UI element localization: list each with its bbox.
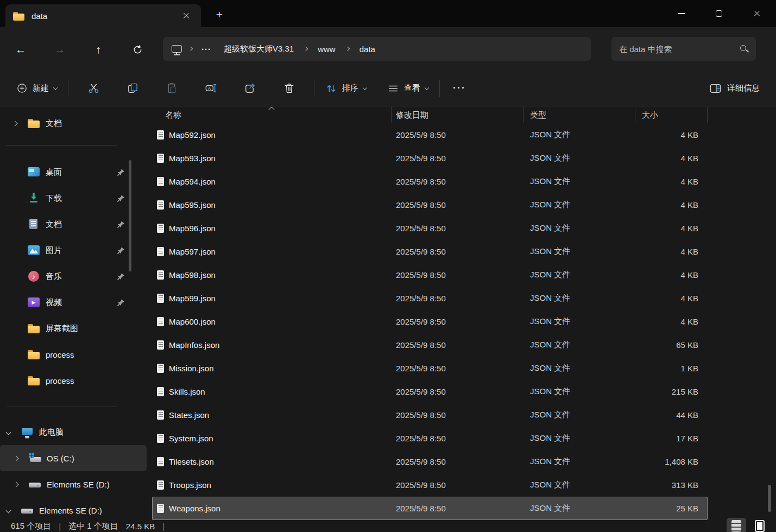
file-name: Map592.json xyxy=(169,130,216,140)
file-type: JSON 文件 xyxy=(523,503,635,514)
sidebar-item[interactable]: Elements SE (D:) xyxy=(0,497,147,520)
more-button[interactable]: ··· xyxy=(445,83,474,94)
sidebar-item[interactable]: 文档 xyxy=(0,211,147,237)
sidebar-item[interactable]: 此电脑 xyxy=(0,419,147,445)
maximize-button[interactable] xyxy=(700,0,738,27)
chevron-right-icon xyxy=(345,47,349,51)
details-pane-label: 详细信息 xyxy=(727,83,760,93)
explorer-tab[interactable]: data xyxy=(5,4,201,27)
documents-icon xyxy=(27,218,40,230)
file-row[interactable]: Map598.json 2025/5/9 8:50 JSON 文件 4 KB xyxy=(152,263,708,287)
back-button[interactable]: ← xyxy=(11,40,30,59)
sidebar-scrollbar[interactable] xyxy=(129,160,131,271)
this-pc-icon[interactable] xyxy=(172,45,182,53)
file-size: 25 KB xyxy=(635,504,708,513)
search-icon[interactable] xyxy=(740,45,748,53)
chevron-icon[interactable] xyxy=(12,121,18,126)
file-row[interactable]: Map597.json 2025/5/9 8:50 JSON 文件 4 KB xyxy=(152,240,708,263)
file-type: JSON 文件 xyxy=(523,246,635,257)
file-row[interactable]: States.json 2025/5/9 8:50 JSON 文件 44 KB xyxy=(152,403,708,427)
file-row[interactable]: System.json 2025/5/9 8:50 JSON 文件 17 KB xyxy=(152,427,708,450)
file-row[interactable]: Map594.json 2025/5/9 8:50 JSON 文件 4 KB xyxy=(152,170,708,193)
chevron-icon[interactable] xyxy=(6,508,11,513)
delete-button[interactable] xyxy=(277,77,300,100)
sidebar-item[interactable]: OS (C:) xyxy=(0,445,147,471)
file-row[interactable]: Mission.json 2025/5/9 8:50 JSON 文件 1 KB xyxy=(152,357,708,380)
search-box[interactable] xyxy=(611,37,756,61)
sidebar-item[interactable]: 桌面 xyxy=(0,159,147,185)
file-icon xyxy=(157,247,164,256)
address-bar[interactable]: ··· 超级软饭大师V3.31 www data xyxy=(163,37,591,61)
file-row[interactable]: Map599.json 2025/5/9 8:50 JSON 文件 4 KB xyxy=(152,287,708,310)
file-row[interactable]: MapInfos.json 2025/5/9 8:50 JSON 文件 65 K… xyxy=(152,333,708,357)
file-date: 2025/5/9 8:50 xyxy=(392,177,523,186)
chevron-right-icon xyxy=(188,47,193,51)
sidebar-item[interactable]: 视频 xyxy=(0,289,147,315)
column-header-size[interactable]: 大小 xyxy=(635,107,708,123)
forward-button[interactable]: → xyxy=(51,40,69,59)
divider xyxy=(68,80,68,97)
view-button[interactable]: 查看 xyxy=(382,78,434,99)
large-icons-view-button[interactable] xyxy=(750,518,769,532)
up-button[interactable]: ↑ xyxy=(89,40,108,59)
paste-icon xyxy=(166,82,178,94)
paste-button[interactable] xyxy=(160,77,183,100)
copy-button[interactable] xyxy=(121,77,144,100)
file-row[interactable]: Map593.json 2025/5/9 8:50 JSON 文件 4 KB xyxy=(152,147,708,170)
tab-close-icon[interactable] xyxy=(179,9,193,23)
column-header-name[interactable]: 名称 xyxy=(152,107,392,123)
share-button[interactable] xyxy=(238,77,261,100)
search-input[interactable] xyxy=(619,45,740,54)
file-row[interactable]: Map595.json 2025/5/9 8:50 JSON 文件 4 KB xyxy=(152,193,708,217)
file-type: JSON 文件 xyxy=(523,130,635,140)
file-row[interactable]: Skills.json 2025/5/9 8:50 JSON 文件 215 KB xyxy=(152,380,708,403)
divider xyxy=(314,80,314,97)
sidebar-item[interactable]: process xyxy=(0,341,147,368)
close-button[interactable] xyxy=(738,0,776,27)
sidebar-item[interactable]: 图片 xyxy=(0,237,147,263)
file-row[interactable]: Map592.json 2025/5/9 8:50 JSON 文件 4 KB xyxy=(152,123,708,147)
column-header-date[interactable]: 修改日期 xyxy=(392,107,523,123)
file-row[interactable]: Map596.json 2025/5/9 8:50 JSON 文件 4 KB xyxy=(152,217,708,240)
minimize-button[interactable] xyxy=(662,0,700,27)
breadcrumb-overflow[interactable]: ··· xyxy=(199,45,213,54)
file-row[interactable]: Tilesets.json 2025/5/9 8:50 JSON 文件 1,40… xyxy=(152,450,708,473)
rename-button[interactable]: A xyxy=(199,77,222,100)
details-view-button[interactable] xyxy=(727,518,746,532)
file-name: Troops.json xyxy=(169,480,211,490)
file-icon xyxy=(157,154,164,163)
file-name: Map600.json xyxy=(169,317,216,326)
file-date: 2025/5/9 8:50 xyxy=(392,247,523,256)
column-header-type[interactable]: 类型 xyxy=(523,107,635,123)
refresh-button[interactable] xyxy=(128,40,147,59)
file-list-scrollbar[interactable] xyxy=(768,485,771,512)
sidebar-item[interactable]: process xyxy=(0,368,147,394)
sidebar-item[interactable]: Elements SE (D:) xyxy=(0,471,147,497)
sort-button[interactable]: 排序 xyxy=(320,78,372,99)
sidebar-item[interactable]: 下载 xyxy=(0,185,147,211)
file-name: Mission.json xyxy=(169,364,214,373)
new-tab-button[interactable]: + xyxy=(211,8,228,22)
chevron-icon[interactable] xyxy=(14,455,19,461)
file-icon xyxy=(157,224,164,233)
cut-button[interactable] xyxy=(82,77,105,100)
chevron-icon[interactable] xyxy=(14,482,19,487)
file-row[interactable]: Map600.json 2025/5/9 8:50 JSON 文件 4 KB xyxy=(152,310,708,333)
chevron-right-icon xyxy=(304,47,308,51)
sidebar-item[interactable]: 文档 xyxy=(0,110,147,136)
new-button[interactable]: 新建 xyxy=(11,78,62,98)
svg-text:A: A xyxy=(208,86,211,91)
sidebar-item-label: 屏幕截图 xyxy=(46,324,125,334)
breadcrumb-segment[interactable]: www xyxy=(314,42,339,56)
file-row[interactable]: Weapons.json 2025/5/9 8:50 JSON 文件 25 KB xyxy=(152,497,708,520)
sidebar-item[interactable]: 音乐 xyxy=(0,263,147,289)
sidebar-item[interactable]: 屏幕截图 xyxy=(0,315,147,341)
sidebar: 文档 桌面 下载 xyxy=(0,107,147,520)
chevron-icon[interactable] xyxy=(6,429,11,435)
breadcrumb-segment[interactable]: data xyxy=(356,42,378,56)
file-size: 4 KB xyxy=(635,270,708,280)
breadcrumb-segment[interactable]: 超级软饭大师V3.31 xyxy=(220,42,297,56)
file-row[interactable]: Troops.json 2025/5/9 8:50 JSON 文件 313 KB xyxy=(152,473,708,497)
selection-size: 24.5 KB xyxy=(126,522,155,531)
details-pane-button[interactable]: 详细信息 xyxy=(704,79,765,98)
